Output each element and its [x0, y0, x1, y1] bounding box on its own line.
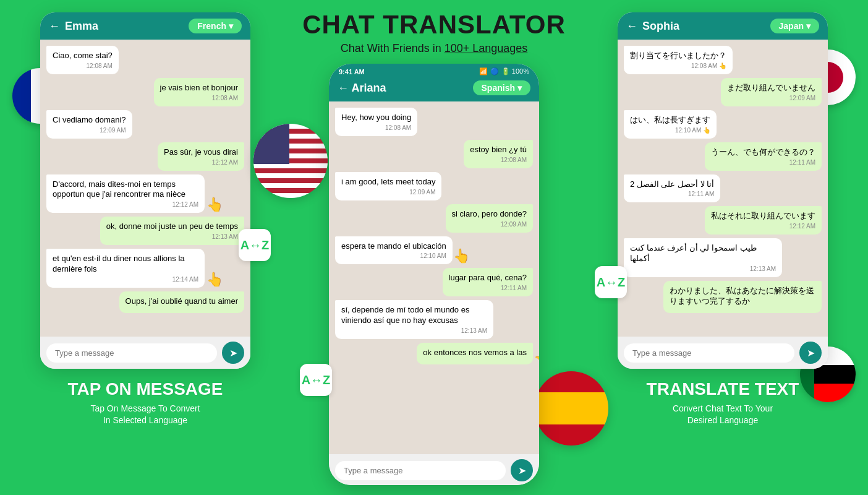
- list-item[interactable]: Ciao, come stai? 12:08 AM: [46, 46, 119, 74]
- translate-icon-center[interactable]: A↔Z: [300, 364, 332, 396]
- list-item[interactable]: et qu'en est-il du diner nous allions la…: [46, 249, 205, 288]
- list-item[interactable]: うーん、でも何ができるの？ 12:11 AM: [705, 142, 822, 171]
- tap-cursor-icon: 👆: [206, 197, 223, 213]
- status-bar: 9:41 AM 📶 🔵 🔋 100%: [329, 64, 539, 75]
- list-item[interactable]: ok entonces nos vemos a las 👆: [417, 343, 533, 364]
- left-message-input[interactable]: [46, 343, 217, 363]
- right-bottom-section: TRANSLATE TEXT Convert Chat Text To Your…: [647, 380, 799, 427]
- list-item[interactable]: si claro, pero donde? 12:09 AM: [446, 204, 533, 233]
- tap-cursor-center2: 👆: [534, 348, 539, 364]
- usa-flag: [253, 124, 328, 198]
- list-item[interactable]: D'accord, mais dites-moi en temps opport…: [46, 174, 205, 213]
- list-item[interactable]: 割り当てを行いましたか？ 12:08 AM 👆: [624, 46, 733, 74]
- right-message-input[interactable]: [624, 343, 794, 363]
- translate-icon-left[interactable]: A↔Z: [239, 229, 271, 261]
- list-item[interactable]: أنا لا أحصل على الفصل 2 12:11 AM: [624, 174, 720, 203]
- left-phone-header: ← Emma French ▾: [40, 12, 250, 40]
- list-item[interactable]: je vais bien et bonjour 12:08 AM: [154, 78, 244, 106]
- tap-cursor-icon2: 👆: [206, 272, 223, 288]
- list-item[interactable]: Oups, j'ai oublié quand tu aimer: [119, 291, 244, 313]
- right-phone: ← Sophia Japan ▾ 割り当てを行いましたか？ 12:08 AM 👆…: [618, 12, 828, 369]
- list-item[interactable]: sí, depende de mí todo el mundo es vinie…: [335, 300, 493, 339]
- app-subtitle: Chat With Friends in 100+ Languages: [341, 42, 528, 55]
- left-panel: ← Emma French ▾ Ciao, come stai? 12:08 A…: [0, 0, 291, 495]
- right-language-selector[interactable]: Japan ▾: [770, 19, 819, 33]
- list-item[interactable]: lugar para qué, cena? 12:11 AM: [443, 268, 533, 296]
- left-input-bar: ➤: [40, 337, 250, 369]
- list-item[interactable]: Pas sûr, je vous dirai 12:12 AM: [158, 142, 244, 171]
- center-phone-header: ← Ariana Spanish ▾: [329, 75, 539, 101]
- list-item[interactable]: 私はそれに取り組んでいます 12:12 AM: [705, 206, 822, 235]
- center-send-button[interactable]: ➤: [511, 459, 533, 481]
- center-input-bar: ➤: [329, 454, 539, 485]
- left-bottom-section: TAP ON MESSAGE Tap On Message To Convert…: [67, 380, 223, 427]
- left-contact-name: Emma: [65, 20, 98, 33]
- app-title: CHAT TRANSLATOR: [302, 10, 566, 40]
- right-panel: ← Sophia Japan ▾ 割り当てを行いましたか？ 12:08 AM 👆…: [577, 0, 868, 495]
- left-language-selector[interactable]: French ▾: [189, 19, 242, 33]
- right-phone-header: ← Sophia Japan ▾: [618, 12, 828, 40]
- left-bottom-title: TAP ON MESSAGE: [67, 380, 223, 399]
- center-phone: 9:41 AM 📶 🔵 🔋 100% ← Ariana Spanish ▾ He…: [329, 64, 539, 485]
- back-arrow-left[interactable]: ←: [49, 20, 60, 33]
- list-item[interactable]: i am good, lets meet today 12:09 AM: [335, 172, 441, 200]
- right-input-bar: ➤: [618, 337, 828, 369]
- left-phone: ← Emma French ▾ Ciao, come stai? 12:08 A…: [40, 12, 250, 369]
- translate-icon-right[interactable]: A↔Z: [595, 266, 627, 298]
- list-item[interactable]: estoy bien ¿y tú 12:08 AM: [464, 140, 533, 168]
- tap-cursor-center: 👆: [453, 248, 470, 264]
- left-bottom-desc: Tap On Message To ConvertIn Selected Lan…: [67, 403, 223, 427]
- back-arrow-right[interactable]: ←: [626, 20, 637, 33]
- center-message-input[interactable]: [335, 461, 506, 480]
- right-send-button[interactable]: ➤: [799, 342, 822, 364]
- cursor-right2: 👆: [703, 127, 710, 134]
- list-item[interactable]: まだ取り組んでいません 12:09 AM: [721, 78, 822, 106]
- list-item[interactable]: Ci vediamo domani? 12:09 AM: [46, 110, 132, 139]
- center-language-selector[interactable]: Spanish ▾: [473, 80, 530, 95]
- list-item[interactable]: طيب اسمحوا لي أن أعرف عندما كنت أكملها 1…: [624, 238, 782, 277]
- list-item[interactable]: ok, donne moi juste un peu de temps 12:1…: [100, 217, 244, 245]
- right-bottom-desc: Convert Chat Text To YourDesired Languag…: [647, 403, 799, 427]
- center-contact-name: Ariana: [351, 82, 386, 94]
- right-contact-name: Sophia: [642, 20, 679, 33]
- list-item[interactable]: Hey, how you doing 12:08 AM: [335, 108, 417, 136]
- list-item[interactable]: わかりました、私はあなたに解決策を送りますいつ完了するか: [663, 281, 822, 313]
- left-chat-body: Ciao, come stai? 12:08 AM je vais bien e…: [40, 40, 250, 337]
- left-send-button[interactable]: ➤: [222, 342, 244, 364]
- cursor-right1: 👆: [719, 62, 726, 69]
- list-item[interactable]: はい、私は長すぎます 12:10 AM 👆: [624, 110, 717, 139]
- right-chat-body: 割り当てを行いましたか？ 12:08 AM 👆 まだ取り組んでいません 12:0…: [618, 40, 828, 337]
- list-item[interactable]: espera te mando el ubicación 12:10 AM 👆: [335, 236, 453, 265]
- back-arrow-center[interactable]: ←: [338, 82, 349, 94]
- center-panel: CHAT TRANSLATOR Chat With Friends in 100…: [291, 0, 577, 495]
- center-chat-body: Hey, how you doing 12:08 AM estoy bien ¿…: [329, 101, 539, 454]
- right-bottom-title: TRANSLATE TEXT: [647, 380, 799, 399]
